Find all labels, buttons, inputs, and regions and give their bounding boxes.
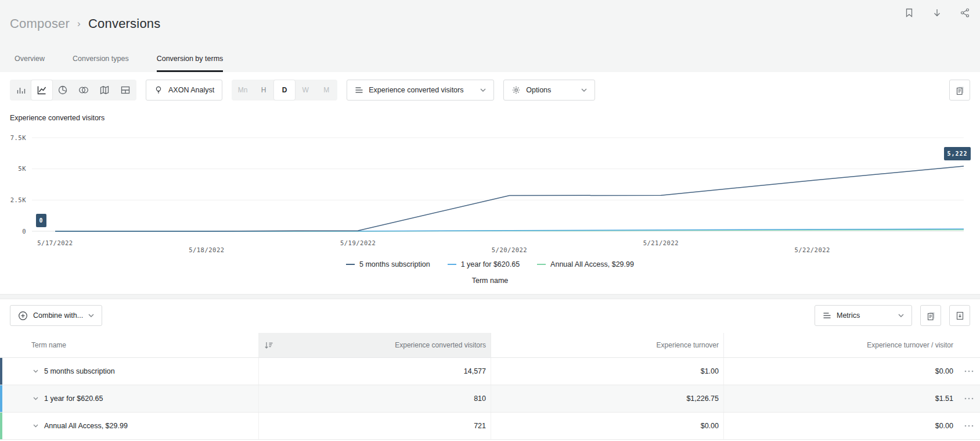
tab-conversion-by-terms[interactable]: Conversion by terms	[157, 55, 224, 72]
table-row: 5 months subscription 14,577 $1.00 $0.00	[0, 358, 980, 385]
row-color-bar	[0, 358, 2, 385]
chart-legend: 5 months subscription 1 year for $620.65…	[0, 259, 980, 270]
sort-descending-icon	[264, 340, 273, 350]
table-row: 1 year for $620.65 810 $1,226.75 $1.51	[0, 385, 980, 413]
legend-label: 5 months subscription	[359, 260, 430, 268]
svg-text:7.5K: 7.5K	[10, 134, 26, 141]
svg-text:5/22/2022: 5/22/2022	[794, 246, 830, 253]
svg-text:5/17/2022: 5/17/2022	[37, 239, 73, 246]
options-dropdown[interactable]: Options	[503, 80, 595, 101]
report-icon	[926, 311, 936, 321]
metric-selector-dropdown[interactable]: Experience converted visitors	[347, 80, 494, 101]
cell-turnover-per-visitor: $0.00	[723, 413, 958, 439]
chevron-down-icon	[88, 314, 94, 317]
share-icon[interactable]	[959, 7, 971, 19]
download-icon[interactable]	[931, 7, 943, 19]
chart-type-switcher	[10, 80, 136, 101]
plus-circle-icon	[18, 311, 28, 321]
chart-title: Experience converted visitors	[10, 114, 980, 122]
cell-visitors: 721	[258, 413, 491, 439]
legend-item-annual-all-access[interactable]: Annual All Access, $29.99	[537, 260, 634, 268]
table-header: Term name Experience converted visitors …	[0, 333, 980, 358]
bar-chart-icon[interactable]	[10, 80, 31, 100]
combine-with-label: Combine with...	[33, 311, 83, 320]
cell-visitors: 14,577	[258, 358, 491, 385]
chart-report-button[interactable]	[949, 80, 970, 101]
bookmark-icon[interactable]	[903, 7, 915, 19]
chevron-down-icon	[581, 88, 587, 92]
svg-text:5K: 5K	[18, 165, 26, 172]
cell-turnover: $1.00	[491, 358, 723, 385]
list-icon	[823, 311, 831, 320]
row-expand-chevron-icon[interactable]	[33, 424, 38, 428]
table-toolbar: Combine with... Metrics	[10, 305, 970, 326]
svg-text:5,222: 5,222	[947, 150, 967, 157]
cell-turnover-per-visitor: $0.00	[723, 358, 958, 385]
download-file-icon	[955, 311, 965, 321]
svg-text:0: 0	[39, 217, 43, 224]
top-actions	[903, 7, 971, 19]
combine-with-button[interactable]: Combine with...	[10, 305, 102, 326]
tabs: Overview Conversion types Conversion by …	[15, 55, 223, 72]
cell-turnover: $0.00	[491, 413, 723, 439]
venn-diagram-icon[interactable]	[73, 80, 94, 100]
term-name[interactable]: 1 year for $620.65	[44, 395, 103, 403]
map-icon[interactable]	[94, 80, 115, 100]
breadcrumb: Composer›Conversions	[10, 16, 160, 31]
svg-text:5/19/2022: 5/19/2022	[340, 239, 376, 246]
cell-turnover-per-visitor: $1.51	[723, 385, 958, 412]
row-actions-menu-icon[interactable]	[958, 425, 980, 427]
metric-selector-label: Experience converted visitors	[369, 86, 463, 94]
granularity-month[interactable]: M	[316, 80, 337, 100]
granularity-week[interactable]: W	[295, 80, 316, 100]
table-row: Annual All Access, $29.99 721 $0.00 $0.0…	[0, 413, 980, 440]
chevron-down-icon	[898, 314, 904, 317]
terms-table: Term name Experience converted visitors …	[0, 333, 980, 440]
axon-analyst-button[interactable]: AXON Analyst	[146, 80, 222, 101]
column-label: Experience converted visitors	[395, 341, 486, 349]
breadcrumb-parent[interactable]: Composer	[10, 16, 70, 31]
svg-text:0: 0	[22, 228, 26, 235]
breadcrumb-separator: ›	[77, 18, 81, 29]
column-header-term-name[interactable]: Term name	[0, 341, 258, 349]
term-name[interactable]: 5 months subscription	[44, 367, 115, 375]
cell-turnover: $1,226.75	[491, 385, 723, 412]
term-name[interactable]: Annual All Access, $29.99	[44, 422, 128, 430]
granularity-hour[interactable]: H	[253, 80, 274, 100]
tab-conversion-types[interactable]: Conversion types	[73, 55, 129, 72]
export-button[interactable]	[949, 305, 970, 326]
report-icon	[955, 85, 965, 95]
metrics-dropdown[interactable]: Metrics	[815, 305, 912, 326]
column-header-experience-turnover[interactable]: Experience turnover	[491, 333, 723, 357]
page-title: Conversions	[88, 16, 160, 31]
pie-chart-icon[interactable]	[52, 80, 73, 100]
chart-toolbar: AXON Analyst Mn H D W M Experience conve…	[10, 80, 970, 101]
granularity-day[interactable]: D	[274, 80, 295, 100]
row-expand-chevron-icon[interactable]	[33, 370, 38, 373]
table-report-button[interactable]	[920, 305, 941, 326]
cell-visitors: 810	[258, 385, 491, 412]
lightbulb-icon	[154, 85, 163, 95]
granularity-minute[interactable]: Mn	[232, 80, 253, 100]
svg-text:5/18/2022: 5/18/2022	[189, 246, 224, 253]
legend-item-1-year[interactable]: 1 year for $620.65	[448, 260, 520, 268]
column-header-experience-converted-visitors[interactable]: Experience converted visitors	[258, 333, 491, 357]
series-dimension-label: Term name	[0, 277, 980, 285]
line-chart: 02.5K5K7.5K5/17/20225/18/20225/19/20225/…	[0, 130, 980, 253]
options-label: Options	[526, 86, 551, 94]
metrics-label: Metrics	[837, 311, 860, 320]
treemap-icon[interactable]	[115, 80, 136, 100]
line-chart-icon[interactable]	[31, 80, 52, 100]
row-expand-chevron-icon[interactable]	[33, 397, 38, 400]
legend-swatch	[537, 264, 546, 265]
top-bar: Composer›Conversions Overview Conversion…	[0, 0, 980, 72]
section-divider	[0, 294, 980, 299]
column-header-experience-turnover-per-visitor[interactable]: Experience turnover / visitor	[723, 333, 958, 357]
row-actions-menu-icon[interactable]	[958, 397, 980, 400]
legend-item-5-months-subscription[interactable]: 5 months subscription	[346, 260, 430, 268]
list-icon	[355, 86, 363, 94]
tab-overview[interactable]: Overview	[15, 55, 45, 72]
gear-icon	[511, 85, 521, 95]
row-actions-menu-icon[interactable]	[958, 370, 980, 372]
svg-text:2.5K: 2.5K	[10, 196, 26, 203]
